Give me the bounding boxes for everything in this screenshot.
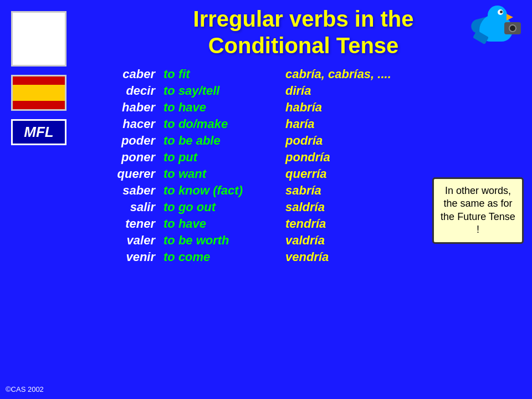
verb-spanish: venir — [86, 250, 163, 264]
verb-english: to have — [163, 100, 285, 115]
bird-head — [488, 6, 507, 25]
copyright: ©CAS 2002 — [6, 385, 44, 393]
tooltip-box: In other words, the same as for the Futu… — [432, 177, 524, 244]
mfl-label: MFL — [11, 119, 66, 145]
flag-red-bottom — [13, 101, 65, 109]
main-content: Irregular verbs in the Conditional Tense… — [80, 0, 532, 399]
verb-conditional: haría — [285, 117, 521, 131]
verb-english: to go out — [163, 200, 285, 214]
verb-english: to be worth — [163, 233, 285, 248]
verb-conditional: cabría, cabrías, .... — [285, 67, 521, 81]
verb-spanish: querer — [86, 167, 163, 181]
verb-english: to say/tell — [163, 84, 285, 98]
bird-icon — [468, 3, 524, 58]
verb-spanish: poner — [86, 150, 163, 165]
title-line1: Irregular verbs in the — [86, 6, 521, 32]
sidebar: MFL — [0, 0, 78, 399]
verb-spanish: tener — [86, 217, 163, 231]
verb-conditional: vendría — [285, 250, 521, 264]
camera-lens — [509, 24, 516, 32]
verb-english: to be able — [163, 134, 285, 148]
verb-spanish: poder — [86, 134, 163, 148]
verb-conditional: pondría — [285, 150, 521, 165]
verb-spanish: decir — [86, 84, 163, 98]
verb-spanish: salir — [86, 200, 163, 214]
verb-spanish: hacer — [86, 117, 163, 131]
flag-yellow — [13, 85, 65, 101]
verb-spanish: haber — [86, 100, 163, 115]
verb-conditional: diría — [285, 84, 521, 98]
verb-english: to put — [163, 150, 285, 165]
verb-english: to want — [163, 167, 285, 181]
verb-english: to come — [163, 250, 285, 264]
flag-red-top — [13, 76, 65, 85]
verb-conditional: habría — [285, 100, 521, 115]
verb-english: to fit — [163, 67, 285, 81]
verb-english: to have — [163, 217, 285, 231]
page-title: Irregular verbs in the Conditional Tense — [86, 6, 521, 59]
verb-english: to know (fact) — [163, 183, 285, 198]
verb-conditional: podría — [285, 134, 521, 148]
verb-spanish: caber — [86, 67, 163, 81]
white-box — [11, 11, 66, 66]
title-line2: Conditional Tense — [86, 32, 521, 59]
verb-spanish: saber — [86, 183, 163, 198]
bird-pupil — [500, 11, 503, 13]
verb-english: to do/make — [163, 117, 285, 131]
bird-beak — [507, 14, 513, 21]
spanish-flag — [11, 75, 66, 111]
verb-spanish: valer — [86, 233, 163, 248]
